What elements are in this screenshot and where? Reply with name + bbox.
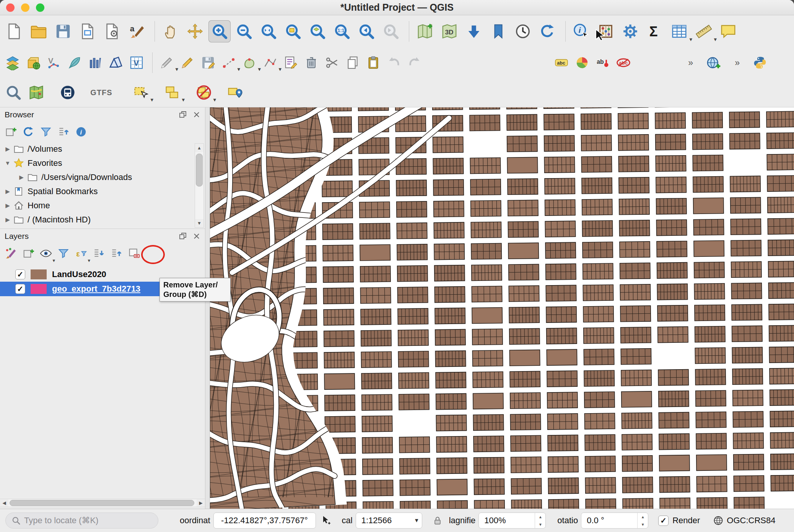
zoom-native-resolution-button[interactable]: 1:1 [331, 20, 353, 42]
select-features-button[interactable]: ▾ [131, 82, 151, 103]
add-polygon-feature-button[interactable]: ▾ [240, 53, 259, 72]
paste-features-button[interactable] [364, 53, 383, 72]
scroll-down-icon[interactable]: ▼ [195, 219, 203, 227]
pan-map-button[interactable] [159, 20, 182, 42]
rotation-spinbox[interactable]: ▲▼ [581, 513, 648, 529]
lock-scale-button[interactable] [431, 514, 444, 527]
metasearch-button[interactable] [704, 53, 723, 72]
browser-item-macintosh-hd[interactable]: ▶/ (Macintosh HD) [0, 212, 205, 226]
chevron-right-icon[interactable]: ▶ [3, 188, 12, 195]
collapse-all-layers-button[interactable] [108, 245, 125, 262]
select-by-location-button[interactable] [225, 82, 246, 103]
options-button[interactable] [619, 20, 641, 42]
dropdown-arrow-icon[interactable]: ▾ [182, 96, 185, 103]
scale-input[interactable] [356, 516, 407, 526]
properties-widget-button[interactable]: i [73, 123, 89, 141]
close-panel-icon[interactable] [192, 110, 201, 119]
filter-browser-button[interactable] [37, 123, 54, 141]
pan-to-selection-button[interactable] [184, 20, 206, 42]
add-vector-tile-layer-button[interactable]: V [127, 53, 146, 72]
chevron-right-icon[interactable]: ▶ [17, 174, 26, 181]
add-postgis-layer-button[interactable] [86, 53, 105, 72]
filter-by-expression-button[interactable]: ε▾ [73, 245, 89, 262]
add-mesh-layer-button[interactable] [106, 53, 125, 72]
layer-color-swatch[interactable] [31, 269, 47, 279]
toggle-editing-button[interactable] [178, 53, 197, 72]
browser-item-spatial-bookmarks[interactable]: ▶Spatial Bookmarks [0, 184, 205, 198]
show-layout-manager-button[interactable] [101, 20, 123, 42]
scrollbar-thumb[interactable] [196, 154, 203, 187]
spin-down-icon[interactable]: ▼ [638, 521, 648, 528]
gtfs-plugin-button[interactable]: GTFS [91, 82, 112, 103]
digitize-with-segment-button[interactable]: ▾ [219, 53, 238, 72]
add-vector-layer-button[interactable]: V [44, 53, 63, 72]
expand-all-layers-button[interactable] [90, 245, 107, 262]
dropdown-arrow-icon[interactable]: ▾ [213, 96, 216, 103]
osm-map-button[interactable] [26, 82, 47, 103]
fullscreen-window-button[interactable] [36, 3, 44, 12]
temporal-controller-button[interactable] [512, 20, 534, 42]
python-console-button[interactable] [750, 53, 770, 72]
chevron-right-icon[interactable]: ▶ [3, 216, 12, 223]
current-edits-button[interactable]: ▾ [157, 53, 176, 72]
float-panel-icon[interactable] [178, 110, 187, 119]
locate-input[interactable] [24, 516, 146, 526]
close-panel-icon[interactable] [192, 232, 201, 241]
copy-features-button[interactable] [343, 53, 362, 72]
layers-scrollbar[interactable]: ◀ ▶ [0, 499, 205, 507]
open-layer-styling-button[interactable] [2, 245, 19, 262]
scale-combo[interactable]: ▾ [356, 513, 422, 529]
toolbar-overflow-2-button[interactable]: » [730, 53, 749, 72]
minimize-window-button[interactable] [21, 3, 29, 12]
open-project-button[interactable] [28, 20, 50, 42]
coordinate-input[interactable] [214, 516, 316, 526]
browser-item-volumes[interactable]: ▶/Volumes [0, 142, 205, 156]
locate-search[interactable] [5, 513, 158, 529]
add-selected-layers-button[interactable] [2, 123, 19, 141]
refresh-browser-button[interactable] [20, 123, 37, 141]
browser-item-home[interactable]: ▶Home [0, 198, 205, 212]
save-project-button[interactable] [52, 20, 74, 42]
browser-item-favorites[interactable]: ▼Favorites [0, 156, 205, 170]
magnifier-spinbox[interactable]: ▲▼ [478, 513, 546, 529]
scroll-up-icon[interactable]: ▲ [195, 144, 203, 152]
scroll-left-icon[interactable]: ◀ [0, 499, 8, 507]
zoom-last-button[interactable] [355, 20, 377, 42]
dropdown-arrow-icon[interactable]: ▾ [689, 36, 692, 43]
zoom-to-selection-button[interactable] [282, 20, 304, 42]
zoom-to-layer-button[interactable] [306, 20, 329, 42]
new-shapefile-layer-button[interactable] [65, 53, 84, 72]
browser-item-users-vigna-downloads[interactable]: ▶/Users/vigna/Downloads [0, 170, 205, 184]
layer-diagram-button[interactable] [573, 53, 592, 72]
rotation-input[interactable] [581, 516, 635, 526]
spin-up-icon[interactable]: ▲ [535, 513, 545, 521]
new-project-button[interactable] [3, 20, 25, 42]
scroll-right-icon[interactable]: ▶ [197, 499, 205, 507]
search-osm-button[interactable] [3, 82, 24, 103]
layer-checkbox[interactable]: ✓ [15, 284, 25, 294]
float-panel-icon[interactable] [178, 232, 187, 241]
select-by-value-button[interactable]: ▾ [162, 82, 183, 103]
zoom-in-button[interactable] [208, 20, 231, 42]
chevron-down-icon[interactable]: ▼ [3, 160, 12, 166]
new-map-view-button[interactable] [414, 20, 436, 42]
new-spatial-bookmark-button[interactable] [487, 20, 509, 42]
render-checkbox[interactable]: ✓ [658, 516, 669, 526]
transit-plugin-button[interactable] [57, 82, 78, 103]
remove-layer-group-button[interactable] [125, 245, 142, 262]
manage-map-themes-button[interactable]: ▾ [37, 245, 54, 262]
layer-labeling-button[interactable]: abc [552, 53, 571, 72]
zoom-full-extent-button[interactable] [257, 20, 280, 42]
cut-features-button[interactable] [322, 53, 342, 72]
measure-button[interactable]: ▾ [693, 20, 715, 42]
panel-splitter[interactable] [205, 107, 210, 509]
layer-checkbox[interactable]: ✓ [15, 269, 25, 279]
close-window-button[interactable] [6, 3, 15, 12]
delete-selected-button[interactable] [302, 53, 321, 72]
deselect-features-button[interactable]: ▾ [194, 82, 214, 103]
coordinate-box[interactable] [213, 513, 316, 529]
dropdown-arrow-icon[interactable]: ▾ [714, 36, 717, 43]
style-manager-button[interactable]: a [125, 20, 148, 42]
show-spatial-bookmarks-button[interactable] [463, 20, 485, 42]
browser-scrollbar[interactable]: ▲ ▼ [195, 143, 204, 228]
